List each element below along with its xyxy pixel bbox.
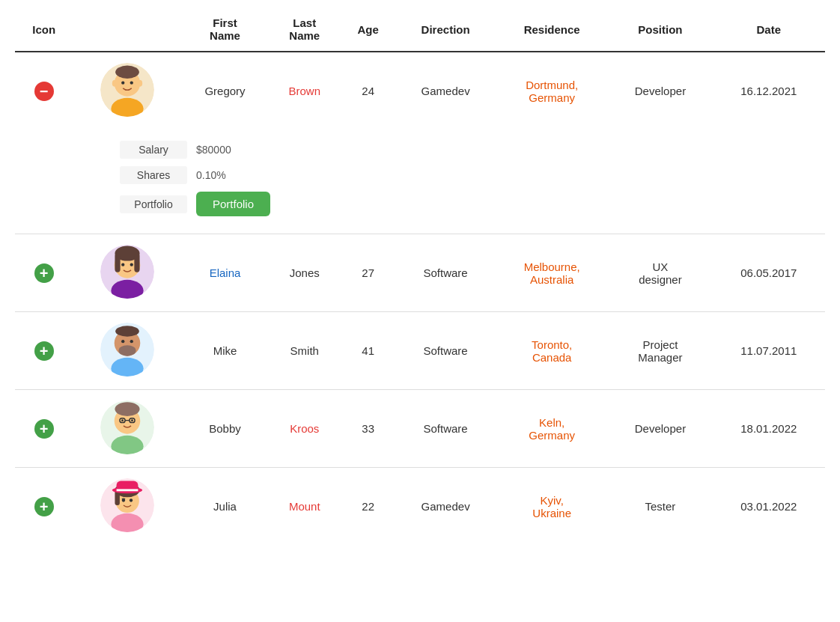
- expand-button[interactable]: +: [34, 341, 54, 361]
- first-name: Gregory: [204, 85, 245, 97]
- last-name: Brown: [288, 85, 320, 97]
- age-cell: 41: [341, 312, 395, 390]
- icon-cell: +: [15, 468, 73, 546]
- svg-point-19: [118, 345, 136, 356]
- avatar: [100, 400, 154, 454]
- svg-point-26: [115, 402, 139, 416]
- avatar: [100, 323, 154, 376]
- svg-point-4: [121, 81, 124, 84]
- residence-cell: Keln,Germany: [496, 390, 608, 468]
- date-cell: 18.01.2022: [713, 390, 825, 468]
- salary-label: Salary: [120, 141, 187, 159]
- table-row: + MikeSmith41SoftwareToronto,CanadaProje…: [15, 312, 825, 390]
- svg-point-6: [112, 80, 117, 87]
- expand-button[interactable]: +: [34, 419, 54, 439]
- first-name-cell: Elaina: [182, 234, 269, 312]
- last-name-cell: Kroos: [268, 390, 341, 468]
- position-cell: Developer: [608, 52, 712, 129]
- svg-point-30: [121, 419, 124, 421]
- col-residence: Residence: [496, 7, 608, 52]
- svg-point-5: [130, 81, 133, 84]
- residence-cell: Kyiv,Ukraine: [496, 468, 608, 546]
- direction-cell: Software: [395, 312, 496, 390]
- last-name-cell: Mount: [268, 468, 341, 546]
- icon-cell: +: [15, 390, 73, 468]
- first-name: Bobby: [209, 422, 241, 435]
- last-name: Jones: [290, 266, 320, 279]
- avatar: [100, 478, 154, 532]
- residence: Toronto,Canada: [532, 338, 572, 364]
- svg-rect-39: [117, 489, 139, 491]
- expand-row: Salary $80000 Shares 0.10% PortfolioPort…: [15, 129, 825, 234]
- first-name-cell: Bobby: [182, 390, 269, 468]
- residence-cell: Toronto,Canada: [496, 312, 608, 390]
- icon-cell: +: [15, 312, 73, 390]
- residence: Keln,Germany: [529, 416, 575, 442]
- last-name-cell: Jones: [268, 234, 341, 312]
- table-row: + ElainaJones27SoftwareMelbourne,Austral…: [15, 234, 825, 312]
- expand-cell: Salary $80000 Shares 0.10% PortfolioPort…: [15, 129, 825, 234]
- last-name: Mount: [289, 500, 320, 513]
- first-name-cell: Gregory: [182, 52, 269, 129]
- svg-rect-12: [115, 254, 120, 272]
- col-age: Age: [341, 7, 395, 52]
- icon-cell: −: [15, 52, 73, 129]
- avatar-cell: [73, 312, 181, 390]
- portfolio-label: Portfolio: [120, 195, 187, 213]
- svg-point-15: [130, 263, 133, 266]
- svg-point-3: [115, 66, 139, 79]
- avatar-cell: [73, 52, 181, 129]
- expand-button[interactable]: +: [34, 263, 54, 283]
- svg-point-21: [121, 340, 124, 343]
- shares-row: Shares 0.10%: [120, 162, 810, 188]
- position-cell: UXdesigner: [608, 234, 712, 312]
- svg-point-14: [121, 263, 124, 266]
- age-cell: 24: [341, 52, 395, 129]
- svg-point-7: [138, 80, 142, 87]
- last-name-cell: Brown: [268, 52, 341, 129]
- residence-cell: Dortmund,Germany: [496, 52, 608, 129]
- expand-button[interactable]: +: [34, 497, 54, 516]
- table-header-row: Icon FirstName LastName Age Direction Re…: [15, 7, 825, 52]
- residence: Melbourne,Australia: [524, 260, 580, 286]
- direction-cell: Software: [395, 234, 496, 312]
- first-name-cell: Julia: [182, 468, 269, 546]
- date-cell: 11.07.2011: [713, 312, 825, 390]
- first-name: Elaina: [210, 266, 241, 279]
- table-row: − GregoryBrown24GamedevDortmund,GermanyD…: [15, 52, 825, 129]
- collapse-button[interactable]: −: [34, 82, 54, 101]
- last-name: Smith: [290, 344, 319, 357]
- col-position: Position: [608, 7, 712, 52]
- col-direction: Direction: [395, 7, 496, 52]
- first-name: Mike: [213, 344, 237, 357]
- portfolio-button[interactable]: Portfolio: [196, 192, 270, 216]
- salary-value: $80000: [196, 144, 231, 156]
- col-last-name: LastName: [268, 7, 341, 52]
- svg-point-41: [130, 498, 133, 501]
- shares-label: Shares: [120, 166, 187, 184]
- position-cell: Tester: [608, 468, 712, 546]
- residence: Kyiv,Ukraine: [532, 494, 571, 519]
- avatar-cell: [73, 468, 181, 546]
- shares-value: 0.10%: [196, 169, 226, 181]
- direction-cell: Software: [395, 390, 496, 468]
- position-cell: ProjectManager: [608, 312, 712, 390]
- first-name: Julia: [213, 500, 237, 513]
- direction-cell: Gamedev: [395, 468, 496, 546]
- table-container: Icon FirstName LastName Age Direction Re…: [0, 0, 840, 552]
- first-name-cell: Mike: [182, 312, 269, 390]
- last-name-cell: Smith: [268, 312, 341, 390]
- svg-point-22: [130, 340, 133, 343]
- date-cell: 16.12.2021: [713, 52, 825, 129]
- salary-row: Salary $80000: [120, 137, 810, 162]
- avatar-cell: [73, 390, 181, 468]
- avatar: [100, 245, 154, 299]
- last-name: Kroos: [290, 422, 319, 435]
- col-icon: Icon: [15, 7, 73, 52]
- avatar: [100, 63, 154, 117]
- col-date: Date: [713, 7, 825, 52]
- col-avatar: [73, 7, 181, 52]
- svg-point-31: [131, 419, 133, 421]
- table-row: + JuliaMount22GamedevKyiv,UkraineTester0…: [15, 468, 825, 546]
- position-cell: Developer: [608, 390, 712, 468]
